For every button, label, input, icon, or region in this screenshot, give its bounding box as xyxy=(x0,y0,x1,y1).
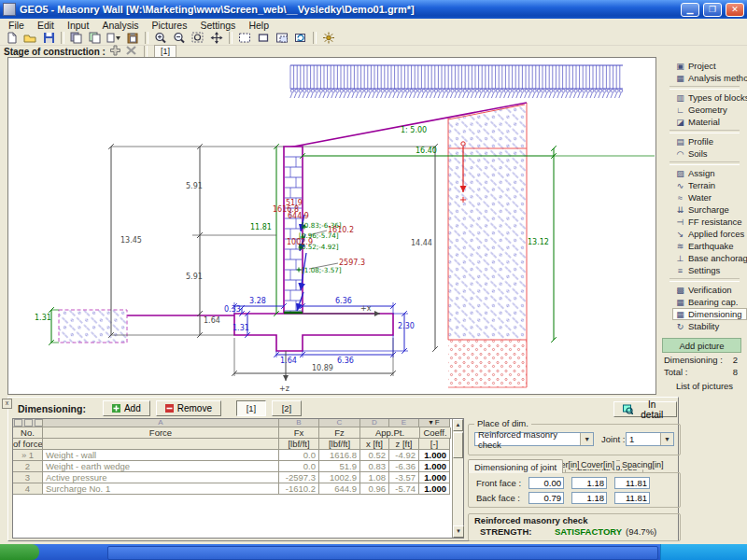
fz-value[interactable]: 51.9 xyxy=(319,461,360,472)
start-button[interactable] xyxy=(0,544,39,560)
paste-icon[interactable] xyxy=(123,31,142,45)
menu-help[interactable]: Help xyxy=(242,20,275,31)
remove-button[interactable]: Remove xyxy=(156,400,221,416)
menu-edit[interactable]: Edit xyxy=(31,20,61,31)
gutter-header[interactable] xyxy=(13,419,43,427)
table-row[interactable]: 4Surcharge No. 1-1610.2644.90.96-5.741.0… xyxy=(13,483,463,495)
spacing-field-back[interactable] xyxy=(614,492,650,504)
sidebar-item-surcharge[interactable]: ⇊Surcharge xyxy=(675,203,747,216)
add-button[interactable]: Add xyxy=(103,400,150,416)
row-number[interactable]: 3 xyxy=(13,472,43,483)
header-fz-unit[interactable]: [lbf/ft] xyxy=(319,439,360,450)
list-of-pictures-button[interactable]: List of pictures xyxy=(662,381,747,391)
new-file-icon[interactable] xyxy=(2,31,21,45)
header-coeff[interactable]: Coeff. xyxy=(420,427,451,439)
add-stage-icon[interactable] xyxy=(109,45,121,58)
row-number[interactable]: 4 xyxy=(13,483,43,495)
row-number[interactable]: » 1 xyxy=(13,450,43,461)
minimize-button[interactable]: ▁ xyxy=(681,3,699,17)
menu-input[interactable]: Input xyxy=(61,20,95,31)
z-value[interactable]: -6.36 xyxy=(389,461,419,472)
redraw-sun-icon[interactable] xyxy=(319,31,338,45)
joint-select[interactable]: 1 ▼ xyxy=(626,432,674,446)
header-z[interactable]: z [ft] xyxy=(389,439,419,450)
scroll-up-icon[interactable]: ▲ xyxy=(453,419,463,431)
scroll-down-icon[interactable]: ▼ xyxy=(453,525,464,538)
col-letter-c[interactable]: C xyxy=(319,419,360,427)
copy-dropdown-icon[interactable] xyxy=(105,31,123,45)
sidebar-item-bearing-cap[interactable]: ▦Bearing cap. xyxy=(675,296,747,308)
header-fx-unit[interactable]: [lbf/ft] xyxy=(279,439,319,450)
in-detail-button[interactable]: In detail xyxy=(613,401,677,417)
header-app-pt[interactable]: App.Pt. xyxy=(360,427,420,439)
z-value[interactable]: -3.57 xyxy=(389,472,419,483)
header-no2[interactable]: of force xyxy=(13,439,43,450)
z-value[interactable]: -4.92 xyxy=(389,450,419,461)
sidebar-item-profile[interactable]: ▤Profile xyxy=(675,135,747,147)
sidebar-item-types-of-blocks[interactable]: ▥Types of blocks xyxy=(675,91,747,104)
sidebar-item-soils[interactable]: ◠Soils xyxy=(675,147,747,160)
menu-pictures[interactable]: Pictures xyxy=(145,20,193,31)
table-row[interactable]: 2Weight - earth wedge0.051.90.83-6.361.0… xyxy=(13,461,463,472)
force-name[interactable]: Weight - wall xyxy=(43,450,279,461)
fx-value[interactable]: 0.0 xyxy=(279,450,319,461)
table-row[interactable]: 3Active pressure-2597.31002.91.08-3.571.… xyxy=(13,472,463,483)
panel-close-icon[interactable]: x xyxy=(2,399,12,409)
zoom-selection-icon[interactable] xyxy=(189,31,207,45)
sidebar-item-assign[interactable]: ▨Assign xyxy=(675,167,747,179)
col-letter-f[interactable]: ▾ F xyxy=(419,419,450,427)
open-file-icon[interactable] xyxy=(21,31,39,45)
force-name[interactable]: Weight - earth wedge xyxy=(43,461,279,472)
col-letter-d[interactable]: D xyxy=(360,419,389,427)
zoom-in-icon[interactable] xyxy=(151,31,170,45)
header-force[interactable]: Force xyxy=(43,427,279,439)
col-letter-e[interactable]: E xyxy=(389,419,419,427)
drawing-canvas[interactable]: 1: 5.0016.4013.1214.445.9113.455.9111.81… xyxy=(7,57,656,395)
header-no[interactable]: No. xyxy=(13,427,43,439)
view-refresh-icon[interactable] xyxy=(291,31,310,45)
col-letter-b[interactable]: B xyxy=(279,419,319,427)
tab-dimensioning-of-joint[interactable]: Dimensioning of joint xyxy=(468,459,563,473)
header-x[interactable]: x [ft] xyxy=(360,439,389,450)
pan-icon[interactable] xyxy=(207,31,226,45)
sidebar-item-material[interactable]: ◪Material xyxy=(675,116,747,128)
sidebar-item-project[interactable]: ▣Project xyxy=(675,60,747,72)
fx-value[interactable]: -1610.2 xyxy=(279,483,319,495)
copy-picture-icon[interactable] xyxy=(67,31,86,45)
fz-value[interactable]: 1616.8 xyxy=(319,450,360,461)
header-force2[interactable] xyxy=(43,439,279,450)
sidebar-item-water[interactable]: ≈Water xyxy=(675,191,747,203)
row-number[interactable]: 2 xyxy=(13,461,43,472)
close-button[interactable]: ✕ xyxy=(726,3,744,17)
chevron-down-icon[interactable]: ▼ xyxy=(580,433,593,445)
header-fx[interactable]: Fx xyxy=(279,427,319,439)
diameter-field-front[interactable] xyxy=(529,477,564,489)
place-of-dim-select[interactable]: Reinforced masonry check ▼ xyxy=(474,432,594,446)
sidebar-item-terrain[interactable]: ∿Terrain xyxy=(675,179,747,191)
coeff-value[interactable]: 1.000 xyxy=(419,461,450,472)
chevron-down-icon[interactable]: ▼ xyxy=(660,433,673,445)
coeff-value[interactable]: 1.000 xyxy=(419,450,450,461)
fz-value[interactable]: 1002.9 xyxy=(319,472,360,483)
cover-field-back[interactable] xyxy=(571,492,607,504)
maximize-button[interactable]: ❐ xyxy=(703,3,722,17)
view-corner-icon[interactable] xyxy=(273,31,291,45)
x-value[interactable]: 0.52 xyxy=(360,450,389,461)
fz-value[interactable]: 644.9 xyxy=(319,483,360,495)
view-rect-icon[interactable] xyxy=(254,31,273,45)
sidebar-item-stability[interactable]: ↻Stability xyxy=(675,320,747,332)
header-fz[interactable]: Fz xyxy=(319,427,360,439)
menu-analysis[interactable]: Analysis xyxy=(95,20,145,31)
stage-tab-1[interactable]: [1] xyxy=(154,45,176,58)
save-file-icon[interactable] xyxy=(39,31,58,45)
copy-view-icon[interactable] xyxy=(86,31,105,45)
z-value[interactable]: -5.74 xyxy=(389,483,419,495)
taskbar-window-button[interactable] xyxy=(107,546,658,560)
sidebar-item-analysis-methods[interactable]: ▦Analysis methods xyxy=(675,72,747,84)
menu-settings[interactable]: Settings xyxy=(193,20,242,31)
force-name[interactable]: Active pressure xyxy=(43,472,279,483)
sidebar-item-applied-forces[interactable]: ↘Applied forces xyxy=(675,228,747,240)
x-value[interactable]: 0.96 xyxy=(360,483,389,495)
header-coeff-unit[interactable]: [-] xyxy=(419,439,450,450)
scroll-thumb[interactable] xyxy=(453,432,463,458)
